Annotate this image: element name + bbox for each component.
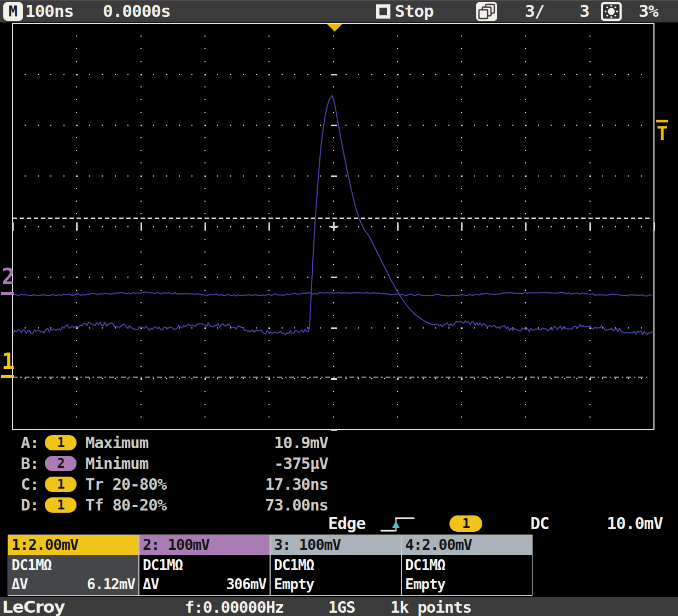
segment-current: 3/ (525, 1, 544, 21)
channel-coupling: DC1MΩ (11, 555, 135, 575)
channel-info-label: ΔV (11, 575, 27, 595)
measurement-id: D: (21, 496, 45, 514)
ch2-zero-marker: 2 (2, 266, 14, 288)
channel-info-label: ΔV (143, 575, 159, 595)
sample-rate-readout: 1GS (328, 598, 355, 616)
measurement-name: Minimum (85, 454, 148, 473)
channel-body: DC1MΩ ΔV 306mV (139, 555, 270, 595)
measurement-value: 17.30ns (265, 475, 328, 494)
measurement-value: 73.00ns (265, 496, 328, 514)
measurement-row-c: C: 1 Tr 20-80% 17.30ns (21, 474, 328, 495)
channel-coupling: DC1MΩ (143, 555, 266, 575)
trigger-type[interactable]: Edge (328, 514, 365, 533)
channel-body: DC1MΩ Empty (402, 555, 532, 595)
acquisition-status[interactable]: Stop (395, 1, 434, 21)
record-length-readout: 1k points (390, 598, 471, 616)
segment-total: 3 (580, 1, 589, 21)
channel-boxes: 1:2.00mV DC1MΩ ΔV 6.12mV 2: 100mV DC1MΩ … (8, 535, 533, 596)
intensity-readout: 3% (639, 1, 658, 21)
channel-coupling: DC1MΩ (274, 555, 398, 575)
trigger-level-readout[interactable]: 10.0mV (607, 514, 663, 533)
top-status-bar: M 100ns 0.0000s Stop 3/ 3 (0, 0, 678, 22)
trigger-level-marker: T (657, 124, 668, 143)
measurement-id: A: (21, 433, 45, 452)
trigger-settings-row: Edge 1 DC 10.0mV (0, 513, 678, 535)
channel-header[interactable]: 1:2.00mV (8, 535, 138, 555)
trigger-position-marker (327, 24, 342, 32)
channel-badge: 2 (45, 456, 77, 471)
channel-box-4[interactable]: 4:2.00mV DC1MΩ Empty (401, 535, 533, 596)
measurement-id: B: (21, 454, 45, 473)
measurement-name: Maximum (85, 433, 148, 452)
measurement-row-a: A: 1 Maximum 10.9mV (21, 432, 328, 453)
segments-icon[interactable] (476, 2, 498, 21)
channel-badge: 1 (45, 497, 77, 513)
trigger-delay-readout: 0.0000s (103, 1, 171, 21)
measurement-value: -375µV (274, 454, 328, 473)
lecroy-logo: LeCroy (2, 597, 68, 616)
measurement-row-b: B: 2 Minimum -375µV (21, 453, 328, 474)
channel-info-label: Empty (274, 575, 314, 595)
measurement-value: 10.9mV (274, 433, 328, 452)
channel-box-3[interactable]: 3: 100mV DC1MΩ Empty (270, 535, 401, 596)
channel-box-1[interactable]: 1:2.00mV DC1MΩ ΔV 6.12mV (8, 535, 139, 596)
measurement-id: C: (21, 475, 45, 494)
channel-info-value: 306mV (226, 575, 266, 595)
timebase-readout: 100ns (25, 1, 73, 21)
measurements-panel: A: 1 Maximum 10.9mV B: 2 Minimum -375µV … (21, 432, 328, 515)
trigger-coupling[interactable]: DC (530, 514, 549, 533)
oscilloscope-screen: M 100ns 0.0000s Stop 3/ 3 (0, 0, 678, 616)
channel-badge: 1 (45, 435, 77, 450)
measurement-name: Tf 80-20% (85, 496, 166, 514)
channel-header[interactable]: 2: 100mV (139, 535, 270, 555)
channel-box-2[interactable]: 2: 100mV DC1MΩ ΔV 306mV (139, 535, 270, 596)
rising-edge-icon[interactable] (378, 515, 420, 533)
channel-header[interactable]: 4:2.00mV (402, 535, 532, 555)
channel-info-value: 6.12mV (87, 575, 135, 595)
intensity-icon[interactable] (600, 2, 622, 21)
timebase-mode-button[interactable]: M (3, 2, 23, 21)
ch2-zero-dash (1, 292, 14, 295)
ch1-zero-dash (1, 375, 14, 378)
channel-badge: 1 (45, 477, 77, 492)
frequency-readout: f:0.00000Hz (185, 598, 284, 616)
channel-coupling: DC1MΩ (405, 555, 529, 575)
channel-body: DC1MΩ Empty (271, 555, 401, 595)
measurement-name: Tr 20-80% (85, 475, 166, 494)
channel-info-label: Empty (405, 575, 445, 595)
waveform-canvas (0, 22, 678, 432)
bottom-status-bar: LeCroy f:0.00000Hz 1GS 1k points (0, 597, 678, 616)
ch1-zero-marker: 1 (2, 350, 14, 372)
channel-header[interactable]: 3: 100mV (271, 535, 401, 555)
trigger-source-badge[interactable]: 1 (449, 515, 482, 532)
stop-square-icon (376, 4, 390, 19)
channel-body: DC1MΩ ΔV 6.12mV (8, 555, 138, 595)
